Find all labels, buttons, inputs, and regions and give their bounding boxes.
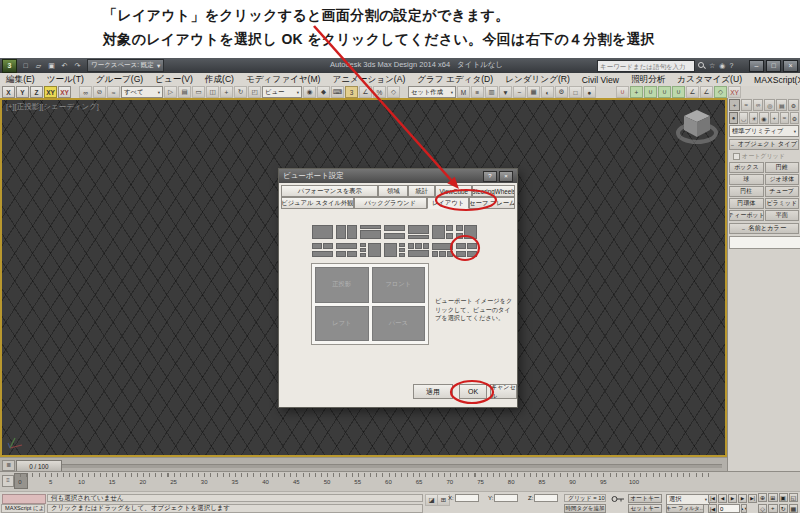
menu-item[interactable]: カスタマイズ(U) [671, 74, 748, 86]
cancel-button[interactable]: キャンセル [490, 384, 517, 399]
dialog-title-bar[interactable]: ビューポート設定 ? × [279, 169, 517, 183]
align-icon[interactable]: ≡ [471, 86, 484, 98]
dialog-tab[interactable]: ViewCube [435, 185, 471, 197]
use-pivot-center-icon[interactable]: ◉ [303, 86, 316, 98]
rectangular-selection-icon[interactable]: ▭ [192, 86, 205, 98]
frame-spinner[interactable]: ▲▼ [741, 504, 747, 513]
axis-constraint-y[interactable]: Y [16, 86, 29, 98]
utilities-tab-icon[interactable]: ⚙ [788, 99, 799, 111]
auto-key-button[interactable]: オートキー [628, 494, 662, 503]
primitive-button[interactable]: 円環体 [729, 198, 764, 209]
dialog-tab[interactable]: バックグラウンド [354, 197, 427, 209]
preview-viewport-top-left[interactable]: 正投影 [315, 267, 369, 303]
select-and-link-icon[interactable]: ∞ [79, 86, 92, 98]
time-slider-groove[interactable] [62, 464, 722, 468]
layout-thumbnail-left2-right1[interactable] [456, 225, 477, 239]
axis-constraint-z[interactable]: Z [30, 86, 43, 98]
render-setup-icon[interactable]: ⚙ [555, 86, 568, 98]
layer-manager-icon[interactable]: ▥ [485, 86, 498, 98]
play-icon[interactable]: ▶ [728, 494, 737, 503]
save-file-icon[interactable]: ▣ [46, 61, 57, 71]
create-tab-icon[interactable]: + [729, 99, 740, 111]
preview-viewport-bottom-right[interactable]: パース [372, 306, 426, 342]
percent-snap-icon[interactable]: % [373, 86, 386, 98]
primitive-button[interactable]: ジオ球体 [765, 174, 800, 185]
object-name-input[interactable] [729, 236, 800, 249]
space-warps-icon[interactable]: ≈ [780, 112, 789, 124]
coord-input[interactable] [534, 494, 558, 502]
maximize-viewport-toggle-icon[interactable]: ▦ [789, 504, 798, 513]
mirror-icon[interactable]: M [457, 86, 470, 98]
menu-item[interactable]: 編集(E) [0, 74, 41, 86]
communication-center-icon[interactable]: ◉ [719, 62, 725, 70]
curve-editor-icon[interactable]: ~ [513, 86, 526, 98]
layout-thumbnail-top1-bottom3[interactable] [432, 243, 453, 257]
material-editor-icon[interactable]: ◐ [541, 86, 554, 98]
select-object-icon[interactable]: ▷ [164, 86, 177, 98]
dialog-tab[interactable]: ビジュアル スタイル外観 [281, 197, 354, 209]
rendered-frame-icon[interactable]: □ [569, 86, 582, 98]
zoom-region-icon[interactable]: ◱ [789, 493, 798, 502]
new-file-icon[interactable]: □ [20, 61, 31, 71]
name-color-rollout[interactable]: − 名前とカラー [729, 223, 799, 234]
layout-thumbnail-left1-right3[interactable] [384, 243, 405, 257]
search-input[interactable] [598, 61, 694, 71]
layout-thumbnail-h-thin-bottom[interactable] [408, 225, 429, 239]
add-time-tag-button[interactable]: 時間タグを追加 [564, 504, 606, 513]
redo-icon[interactable]: ↷ [72, 61, 83, 71]
pan-icon[interactable]: + [768, 504, 777, 513]
primitive-button[interactable]: 平面 [765, 210, 800, 221]
primitive-button[interactable]: 球 [729, 174, 764, 185]
workspace-dropdown[interactable]: ワークスペース: 既定 ▾ [87, 59, 164, 72]
dialog-tab[interactable]: 領域 [378, 185, 408, 197]
hierarchy-tab-icon[interactable]: ∞ [753, 99, 764, 111]
search-icon[interactable] [698, 62, 705, 69]
help-icon[interactable]: ? [729, 62, 733, 69]
cameras-icon[interactable]: ◉ [759, 112, 768, 124]
modify-tab-icon[interactable]: ≈ [741, 99, 752, 111]
layout-thumbnail-top3-bottom1[interactable] [408, 243, 429, 257]
angle-constraint-icon[interactable]: ∠ [686, 86, 699, 98]
ok-button[interactable]: OK [459, 384, 487, 399]
angle-snap-icon[interactable]: ∠ [359, 86, 372, 98]
layout-thumbnail-single[interactable] [312, 225, 333, 239]
primitive-button[interactable]: 円錐 [765, 162, 800, 173]
schematic-view-icon[interactable]: ▦ [527, 86, 540, 98]
primitive-button[interactable]: ボックス [729, 162, 764, 173]
maxscript-mini-listener[interactable] [2, 494, 46, 504]
layout-thumbnail-h2[interactable] [384, 225, 405, 239]
dialog-tab[interactable]: セーフ フレーム [469, 197, 515, 209]
primitive-button[interactable]: 円柱 [729, 186, 764, 197]
undo-icon[interactable]: ↶ [59, 61, 70, 71]
dialog-close-button[interactable]: × [499, 171, 513, 182]
mini-curve-editor-icon[interactable]: ≣ [2, 460, 15, 471]
percent-constraint-icon[interactable]: ∠ [700, 86, 713, 98]
zoom-icon[interactable]: ⊕ [758, 493, 767, 502]
preview-viewport-bottom-left[interactable]: レフト [315, 306, 369, 342]
spinner-snap-icon[interactable]: ◇ [387, 86, 400, 98]
layout-thumbnail-quad[interactable] [456, 243, 477, 257]
layout-thumbnail-top1-bottom2[interactable] [336, 243, 357, 257]
primitive-type-dropdown[interactable]: 標準プリミティブ ▾ [729, 125, 799, 137]
select-and-rotate-icon[interactable]: ↻ [234, 86, 247, 98]
zoom-extents-icon[interactable]: ▣ [779, 493, 788, 502]
systems-icon[interactable]: ⚙ [790, 112, 799, 124]
keyboard-override-icon[interactable]: ⌨ [331, 86, 344, 98]
display-tab-icon[interactable]: ▤ [776, 99, 787, 111]
menu-item[interactable]: グラフ エディタ(D) [411, 74, 499, 86]
select-and-manipulate-icon[interactable]: ◆ [317, 86, 330, 98]
layout-thumbnail-left1-right2[interactable] [432, 225, 453, 239]
primitive-button[interactable]: ティーポット [729, 210, 764, 221]
set-key-button[interactable]: セットキー [628, 504, 662, 513]
menu-item[interactable]: Civil View [576, 75, 625, 85]
go-to-start-icon[interactable]: |◀ [708, 494, 717, 503]
close-button[interactable]: × [783, 60, 798, 72]
viewport-label[interactable]: [+][正投影][シェーディング] [6, 102, 99, 112]
dialog-tab[interactable]: SteeringWheels [472, 185, 515, 197]
helpers-icon[interactable]: + [770, 112, 779, 124]
geometry-icon[interactable]: ● [729, 112, 738, 124]
select-and-scale-icon[interactable]: ◰ [248, 86, 261, 98]
key-filters-button[interactable]: キー フィルタ... [666, 504, 704, 513]
face-snap-icon[interactable]: ∪ [672, 86, 685, 98]
go-to-start-icon[interactable]: |◀ [708, 504, 717, 513]
